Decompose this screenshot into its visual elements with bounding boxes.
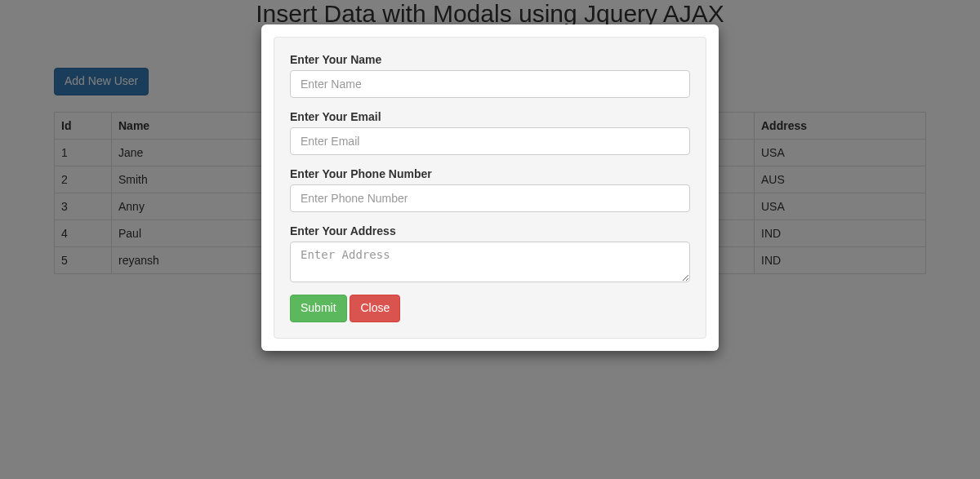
- add-user-modal: Enter Your Name Enter Your Email Enter Y…: [261, 24, 719, 351]
- address-input[interactable]: [290, 242, 690, 282]
- submit-button[interactable]: Submit: [290, 295, 347, 322]
- name-label: Enter Your Name: [290, 53, 690, 66]
- email-label: Enter Your Email: [290, 110, 690, 123]
- email-input[interactable]: [290, 127, 690, 155]
- address-label: Enter Your Address: [290, 224, 690, 237]
- close-button[interactable]: Close: [350, 295, 400, 322]
- phone-input[interactable]: [290, 184, 690, 212]
- name-input[interactable]: [290, 70, 690, 98]
- phone-label: Enter Your Phone Number: [290, 167, 690, 180]
